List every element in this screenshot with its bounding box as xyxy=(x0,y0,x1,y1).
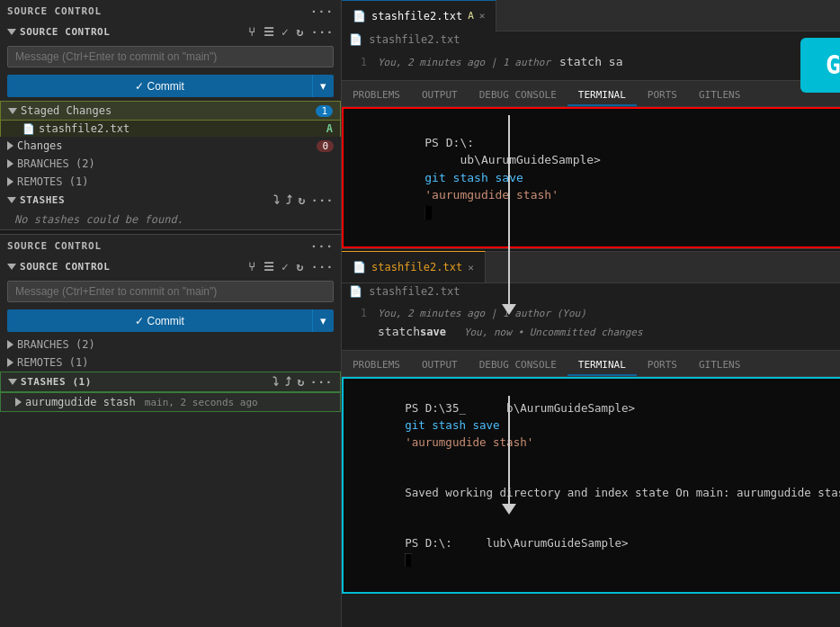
stashes-collapse-icon[interactable] xyxy=(7,197,16,203)
branch2-icon[interactable]: ⑂ xyxy=(248,260,256,273)
staged-collapse-icon[interactable] xyxy=(8,108,17,114)
code-save-word: save xyxy=(420,326,446,338)
remotes2-item[interactable]: REMOTES (1) xyxy=(0,354,341,372)
stash-entry-expand-icon[interactable] xyxy=(15,398,22,407)
branches2-item[interactable]: BRANCHES (2) xyxy=(0,336,341,354)
code-content-top: statch sa xyxy=(559,55,622,68)
branches-expand-icon[interactable] xyxy=(7,159,13,168)
branch-icon[interactable]: ⑂ xyxy=(248,25,256,39)
tab-close-top[interactable]: ✕ xyxy=(479,10,486,22)
tab-debug-top[interactable]: DEBUG CONSOLE xyxy=(469,85,567,106)
source-control-section-bottom: SOURCE CONTROL ··· SOURCE CONTROL ⑂ ☰ ✓ … xyxy=(0,235,341,412)
stashes2-collapse-icon[interactable] xyxy=(8,379,17,385)
code-area-bottom: 1 You, 2 minutes ago | 1 author (You) st… xyxy=(342,300,840,350)
terminal-tabs-bottom: PROBLEMS OUTPUT DEBUG CONSOLE TERMINAL P… xyxy=(342,350,840,377)
more-options-icon[interactable]: ··· xyxy=(310,4,334,18)
remotes-item[interactable]: REMOTES (1) xyxy=(0,173,341,191)
commit-message-input2[interactable] xyxy=(7,281,334,302)
no-stashes-msg: No stashes could be found. xyxy=(0,210,341,229)
collapse-icon[interactable] xyxy=(7,29,16,35)
refresh2-icon[interactable]: ↻ xyxy=(296,260,303,273)
more-options2-icon[interactable]: ··· xyxy=(310,239,334,253)
branches-item[interactable]: BRANCHES (2) xyxy=(0,155,341,173)
tab-debug-bottom[interactable]: DEBUG CONSOLE xyxy=(469,355,567,376)
term-line-1: PS D:\: ub\AurumGuideSample> git stash s… xyxy=(354,116,840,239)
breadcrumb-text-bottom: stashfile2.txt xyxy=(369,285,460,298)
sc-header-label: SOURCE CONTROL xyxy=(7,5,102,17)
list-icon[interactable]: ☰ xyxy=(264,25,275,39)
arrow2-line xyxy=(508,396,510,504)
term2-prefix: PS D:\35_ b\AurumGuideSample> xyxy=(405,401,641,415)
staged-left: Staged Changes xyxy=(8,104,112,117)
tab-gitlens-bottom[interactable]: GITLENS xyxy=(688,355,751,376)
stash-refresh-icon[interactable]: ↻ xyxy=(298,193,305,207)
arrow1-line xyxy=(508,115,510,304)
breadcrumb-top: 📄 stashfile2.txt xyxy=(342,31,840,48)
check2-icon[interactable]: ✓ xyxy=(281,260,289,273)
arrow1 xyxy=(502,115,516,315)
staged-badge: 1 xyxy=(316,105,333,117)
staged-changes-header[interactable]: Staged Changes 1 xyxy=(0,101,341,121)
changes-header[interactable]: Changes 0 xyxy=(0,137,341,155)
tab-problems-top[interactable]: PROBLEMS xyxy=(342,85,411,106)
list2-icon[interactable]: ☰ xyxy=(264,260,275,273)
left-panel: SOURCE CONTROL ··· SOURCE CONTROL ⑂ ☰ ✓ … xyxy=(0,0,342,627)
term2-cursor: █ xyxy=(405,553,412,567)
tab-close-bottom[interactable]: ✕ xyxy=(468,262,474,273)
term-cursor-top: █ xyxy=(424,206,432,219)
check-icon[interactable]: ✓ xyxy=(281,25,289,39)
git-stash-text: Git stash xyxy=(826,50,840,80)
tab-gitlens-top[interactable]: GITLENS xyxy=(688,85,751,106)
tab-terminal-top[interactable]: TERMINAL xyxy=(567,85,637,106)
stash-save-icon[interactable]: ⤴ xyxy=(286,193,293,207)
stash-apply-icon[interactable]: ⤵ xyxy=(273,193,281,207)
stash2-more-icon[interactable]: ··· xyxy=(310,375,333,389)
commit-button2[interactable]: ✓ Commit xyxy=(7,309,312,332)
blame-top: You, 2 minutes ago | 1 author xyxy=(378,57,559,68)
stash2-apply-icon[interactable]: ⤵ xyxy=(273,375,280,389)
tab-output-bottom[interactable]: OUTPUT xyxy=(411,355,469,376)
tab-problems-bottom[interactable]: PROBLEMS xyxy=(342,355,411,376)
sc-header-icons: ··· xyxy=(310,4,334,18)
remotes-expand-icon[interactable] xyxy=(7,177,13,186)
commit-dropdown-button[interactable]: ▾ xyxy=(312,75,334,97)
commit-button[interactable]: ✓ Commit xyxy=(7,75,312,97)
stash2-refresh-icon[interactable]: ↻ xyxy=(297,375,304,389)
stashes2-header: STASHES (1) ⤵ ⤴ ↻ ··· xyxy=(0,372,341,392)
tab-stashfile2-top[interactable]: 📄 stashfile2.txt A ✕ xyxy=(342,0,496,31)
breadcrumb-bottom: 📄 stashfile2.txt xyxy=(342,283,840,300)
code-area-top: 1 You, 2 minutes ago | 1 author statch s… xyxy=(342,48,840,80)
editor-tabs-bottom: 📄 stashfile2.txt ✕ xyxy=(342,252,840,283)
stashes-header: STASHES ⤵ ⤴ ↻ ··· xyxy=(0,191,341,210)
top-editor-section: 📄 stashfile2.txt A ✕ 📄 stashfile2.txt 1 … xyxy=(342,0,840,248)
remotes2-expand-icon[interactable] xyxy=(7,358,13,367)
refresh-icon[interactable]: ↻ xyxy=(296,25,303,39)
term-string-top: 'aurumgudide stash' xyxy=(424,188,559,202)
stash2-save-icon[interactable]: ⤴ xyxy=(285,375,292,389)
term-path: ub\AurumGuideSample> xyxy=(424,153,608,166)
sc-title2: SOURCE CONTROL xyxy=(20,261,110,273)
tab-stashfile2-bottom[interactable]: 📄 stashfile2.txt ✕ xyxy=(342,251,486,282)
staged-filename: stashfile2.txt xyxy=(39,122,130,135)
commit-dropdown-button2[interactable]: ▾ xyxy=(312,309,334,332)
tab-output-top[interactable]: OUTPUT xyxy=(411,85,469,106)
stash-more-icon[interactable]: ··· xyxy=(311,193,334,207)
tab-ports-bottom[interactable]: PORTS xyxy=(637,355,688,376)
branches2-expand-icon[interactable] xyxy=(7,340,13,349)
sc-header2-icons: ··· xyxy=(310,239,334,253)
arrow2-head xyxy=(502,504,516,515)
more2-icon[interactable]: ··· xyxy=(311,260,334,273)
staged-file-item[interactable]: 📄 stashfile2.txt A xyxy=(0,121,341,137)
sc-title-row: SOURCE CONTROL ⑂ ☰ ✓ ↻ ··· xyxy=(0,22,341,42)
tab-terminal-bottom[interactable]: TERMINAL xyxy=(567,355,637,376)
stash-entry-item[interactable]: aurumgudide stash main, 2 seconds ago xyxy=(0,392,341,412)
staged-file-icon: 📄 xyxy=(22,123,35,135)
stashes-icons: ⤵ ⤴ ↻ ··· xyxy=(273,193,334,207)
changes-expand-icon[interactable] xyxy=(7,141,13,150)
tab-ports-top[interactable]: PORTS xyxy=(637,85,688,106)
commit-message-input[interactable] xyxy=(7,46,334,67)
more-icon[interactable]: ··· xyxy=(311,25,334,39)
terminal-top-wrapper: PS D:\: ub\AurumGuideSample> git stash s… xyxy=(342,107,840,248)
terminal-tabs-top: PROBLEMS OUTPUT DEBUG CONSOLE TERMINAL P… xyxy=(342,80,840,107)
collapse2-icon[interactable] xyxy=(7,264,16,270)
